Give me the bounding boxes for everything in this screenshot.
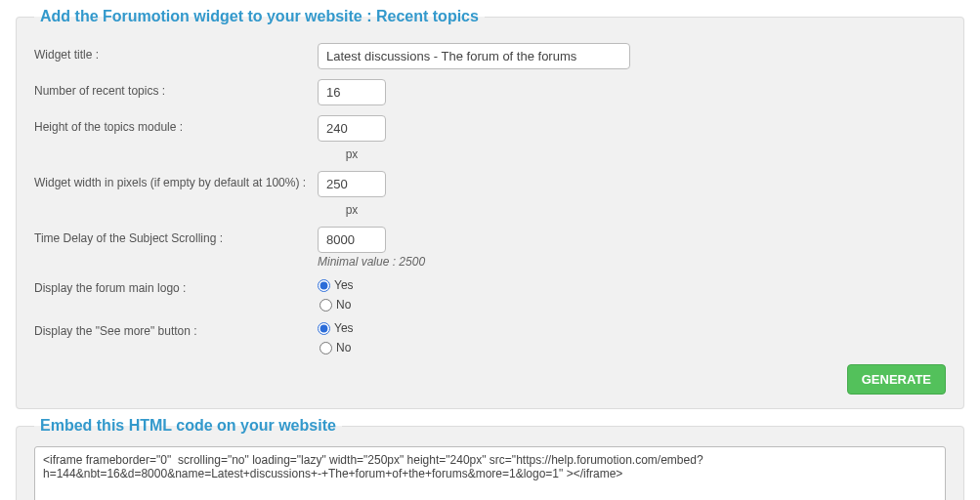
label-width: Widget width in pixels (if empty by defa… [34, 171, 318, 190]
row-num-topics: Number of recent topics : [34, 79, 946, 105]
embed-legend: Embed this HTML code on your website [34, 417, 342, 435]
display-logo-yes-radio[interactable] [318, 279, 330, 292]
delay-input[interactable] [318, 227, 386, 253]
display-logo-yes-option[interactable]: Yes [318, 278, 354, 292]
height-input[interactable] [318, 115, 386, 142]
width-input[interactable] [318, 171, 386, 197]
width-unit: px [346, 203, 359, 217]
display-logo-no-radio[interactable] [320, 299, 332, 312]
no-text: No [336, 341, 351, 354]
label-display-logo: Display the forum main logo : [34, 278, 318, 296]
row-width: Widget width in pixels (if empty by defa… [34, 171, 946, 217]
label-delay: Time Delay of the Subject Scrolling : [34, 227, 318, 246]
yes-text: Yes [334, 278, 354, 292]
yes-text: Yes [334, 321, 354, 335]
generate-button-row: GENERATE [34, 364, 946, 395]
display-more-yes-radio[interactable] [318, 322, 330, 335]
display-more-yes-option[interactable]: Yes [318, 321, 354, 335]
row-widget-title: Widget title : [34, 43, 946, 69]
embed-code-textarea[interactable] [34, 446, 946, 500]
display-more-no-option[interactable]: No [320, 341, 351, 354]
no-text: No [336, 298, 351, 312]
widget-legend: Add the Forumotion widget to your websit… [34, 8, 485, 25]
widget-title-input[interactable] [318, 43, 630, 69]
row-display-more: Display the "See more" button : Yes No [34, 321, 946, 354]
delay-hint: Minimal value : 2500 [318, 255, 425, 269]
height-unit: px [346, 147, 359, 161]
label-display-more: Display the "See more" button : [34, 321, 318, 339]
num-topics-input[interactable] [318, 79, 386, 105]
row-height: Height of the topics module : px [34, 115, 946, 161]
embed-panel: Embed this HTML code on your website COP… [16, 417, 964, 500]
label-height: Height of the topics module : [34, 115, 318, 135]
widget-config-panel: Add the Forumotion widget to your websit… [16, 8, 964, 409]
display-logo-no-option[interactable]: No [320, 298, 351, 312]
row-delay: Time Delay of the Subject Scrolling : Mi… [34, 227, 946, 269]
row-display-logo: Display the forum main logo : Yes No [34, 278, 946, 312]
label-num-topics: Number of recent topics : [34, 79, 318, 99]
generate-button[interactable]: GENERATE [847, 364, 946, 395]
label-widget-title: Widget title : [34, 43, 318, 62]
display-more-no-radio[interactable] [320, 342, 332, 354]
